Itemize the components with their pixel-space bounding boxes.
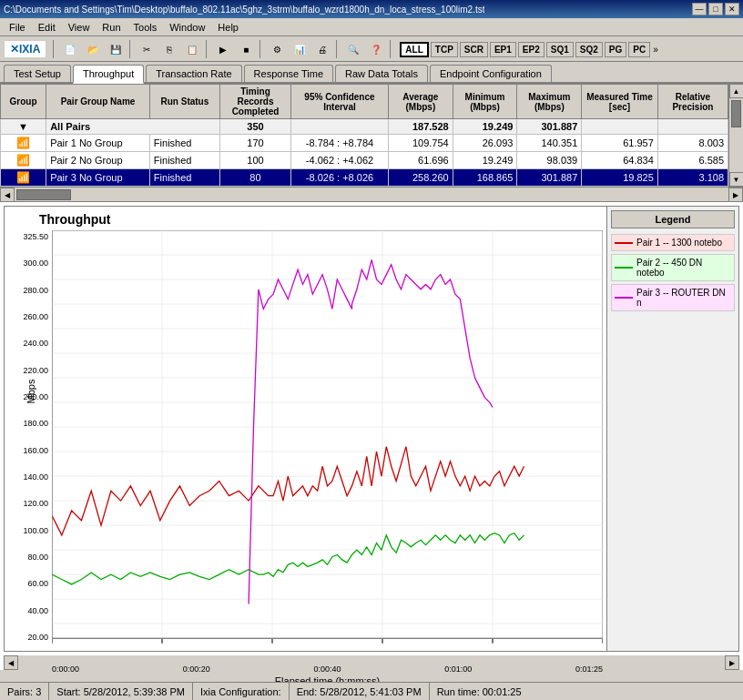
toolbar-stop[interactable]: ■ bbox=[235, 38, 257, 60]
legend-color-2 bbox=[615, 267, 633, 269]
network-icon-2: 📶 bbox=[16, 154, 30, 167]
tab-throughput[interactable]: Throughput bbox=[73, 65, 144, 84]
hscroll-left-btn[interactable]: ◀ bbox=[0, 188, 15, 202]
scroll-down-btn[interactable]: ▼ bbox=[729, 172, 744, 187]
toolbar-cut[interactable]: ✂ bbox=[136, 38, 158, 60]
y-tick-3: 260.00 bbox=[23, 312, 48, 321]
tab-transaction-rate[interactable]: Transaction Rate bbox=[146, 65, 241, 82]
menu-tools[interactable]: Tools bbox=[128, 20, 163, 35]
col-pair-name: Pair Group Name bbox=[46, 85, 150, 119]
cell-pair2-precision: 6.585 bbox=[657, 152, 728, 169]
toolbar-open[interactable]: 📂 bbox=[82, 38, 104, 60]
chart-hscroll-left[interactable]: ◀ bbox=[4, 655, 18, 670]
tab-response-time[interactable]: Response Time bbox=[244, 65, 333, 82]
status-runtime: Run time: 00:01:25 bbox=[430, 683, 529, 700]
table-row-pair2[interactable]: 📶 Pair 2 No Group Finished 100 -4.062 : … bbox=[1, 152, 728, 169]
toolbar-btn8[interactable]: 🔍 bbox=[342, 38, 364, 60]
tab-endpoint-config[interactable]: Endpoint Configuration bbox=[430, 65, 552, 82]
sep4 bbox=[260, 40, 263, 58]
tabs-bar: Test Setup Throughput Transaction Rate R… bbox=[0, 62, 743, 84]
cell-all-confidence bbox=[290, 119, 388, 135]
hscroll-thumb[interactable] bbox=[16, 189, 71, 200]
proto-pg[interactable]: PG bbox=[605, 42, 626, 57]
y-tick-14: 40.00 bbox=[27, 606, 48, 615]
menu-window[interactable]: Window bbox=[164, 20, 210, 35]
proto-sq1[interactable]: SQ1 bbox=[546, 42, 574, 57]
proto-all[interactable]: ALL bbox=[400, 42, 428, 57]
proto-ep1[interactable]: EP1 bbox=[490, 42, 516, 57]
cell-pair2-records: 100 bbox=[219, 152, 290, 169]
cell-pair1-precision: 8.003 bbox=[657, 135, 728, 152]
close-button[interactable]: ✕ bbox=[725, 3, 739, 15]
cell-pair3-measured: 19.825 bbox=[582, 169, 658, 187]
table-row-pair1[interactable]: 📶 Pair 1 No Group Finished 170 -8.784 : … bbox=[1, 135, 728, 152]
col-run-status: Run Status bbox=[149, 85, 219, 119]
maximize-button[interactable]: □ bbox=[708, 3, 723, 15]
toolbar-copy[interactable]: ⎘ bbox=[158, 38, 180, 60]
sep1 bbox=[53, 40, 56, 58]
table-scroll-area[interactable]: Group Pair Group Name Run Status Timing … bbox=[0, 84, 728, 187]
sep2 bbox=[129, 40, 133, 58]
cell-pair1-confidence: -8.784 : +8.784 bbox=[290, 135, 388, 152]
x-tick-3: 0:01:00 bbox=[444, 664, 472, 674]
x-tick-0: 0:00:00 bbox=[52, 664, 79, 674]
menu-view[interactable]: View bbox=[63, 20, 96, 35]
proto-pc[interactable]: PC bbox=[628, 42, 650, 57]
scroll-thumb[interactable] bbox=[731, 100, 741, 127]
sep3 bbox=[206, 40, 209, 58]
scroll-up-btn[interactable]: ▲ bbox=[729, 84, 744, 98]
chart-hscroll-right[interactable]: ▶ bbox=[725, 655, 739, 670]
table-row-all-pairs[interactable]: ▼ All Pairs 350 187.528 19.249 301.887 bbox=[1, 119, 728, 135]
cell-pair1-measured: 61.957 bbox=[582, 135, 658, 152]
hscroll-right-btn[interactable]: ▶ bbox=[728, 188, 743, 202]
toolbar-btn6[interactable]: 📊 bbox=[289, 38, 310, 60]
table-scrollbar[interactable]: ▲ ▼ bbox=[728, 84, 743, 187]
legend-label-3: Pair 3 -- ROUTER DN n bbox=[636, 288, 731, 308]
tab-test-setup[interactable]: Test Setup bbox=[4, 65, 71, 82]
legend-item-1: Pair 1 -- 1300 notebo bbox=[611, 234, 735, 251]
menu-edit[interactable]: Edit bbox=[33, 20, 61, 35]
cell-all-precision bbox=[657, 119, 728, 135]
toolbar-btn5[interactable]: ⚙ bbox=[266, 38, 288, 60]
proto-sq2[interactable]: SQ2 bbox=[575, 42, 603, 57]
status-bar: Pairs: 3 Start: 5/28/2012, 5:39:38 PM Ix… bbox=[0, 682, 743, 700]
window-controls: — □ ✕ bbox=[692, 3, 739, 15]
cell-pair2-confidence: -4.062 : +4.062 bbox=[290, 152, 388, 169]
proto-ep2[interactable]: EP2 bbox=[518, 42, 545, 57]
table-row-pair3[interactable]: 📶 Pair 3 No Group Finished 80 -8.026 : +… bbox=[1, 169, 728, 187]
col-records: Timing Records Completed bbox=[219, 85, 290, 119]
proto-tcp[interactable]: TCP bbox=[431, 42, 458, 57]
proto-scr[interactable]: SCR bbox=[460, 42, 488, 57]
legend-title: Legend bbox=[611, 210, 735, 228]
table-header-row: Group Pair Group Name Run Status Timing … bbox=[1, 85, 728, 119]
y-tick-2: 280.00 bbox=[23, 286, 48, 295]
network-icon-1: 📶 bbox=[16, 137, 30, 149]
status-end: End: 5/28/2012, 5:41:03 PM bbox=[290, 683, 430, 700]
legend-label-1: Pair 1 -- 1300 notebo bbox=[636, 238, 722, 248]
y-tick-1: 300.00 bbox=[23, 259, 48, 268]
title-bar: C:\Documents and Settings\Tim\Desktop\bu… bbox=[0, 0, 743, 18]
menu-help[interactable]: Help bbox=[212, 20, 244, 35]
legend-item-2: Pair 2 -- 450 DN notebo bbox=[611, 254, 735, 281]
y-tick-8: 160.00 bbox=[23, 446, 48, 455]
toolbar-btn9[interactable]: ❓ bbox=[365, 38, 387, 60]
col-minimum: Minimum (Mbps) bbox=[453, 85, 517, 119]
toolbar-btn7[interactable]: 🖨 bbox=[311, 38, 333, 60]
toolbar-new[interactable]: 📄 bbox=[59, 38, 81, 60]
menu-run[interactable]: Run bbox=[97, 20, 126, 35]
cell-pair1-maximum: 140.351 bbox=[517, 135, 582, 152]
x-tick-2: 0:00:40 bbox=[313, 664, 341, 674]
toolbar-run[interactable]: ▶ bbox=[212, 38, 234, 60]
minimize-button[interactable]: — bbox=[692, 3, 707, 15]
cell-pair1-average: 109.754 bbox=[389, 135, 453, 152]
menu-file[interactable]: File bbox=[4, 20, 31, 35]
y-axis-labels: 325.50 300.00 280.00 260.00 240.00 220.0… bbox=[12, 230, 52, 686]
status-end-text: End: 5/28/2012, 5:41:03 PM bbox=[297, 686, 422, 697]
tab-raw-data-totals[interactable]: Raw Data Totals bbox=[335, 65, 428, 82]
status-ixia-config: Ixia Configuration: bbox=[193, 683, 290, 700]
toolbar-paste[interactable]: 📋 bbox=[181, 38, 203, 60]
menu-bar: File Edit View Run Tools Window Help bbox=[0, 18, 743, 36]
toolbar-save[interactable]: 💾 bbox=[105, 38, 127, 60]
cell-expand[interactable]: ▼ bbox=[1, 119, 46, 135]
toolbar-arrow[interactable]: » bbox=[653, 45, 658, 55]
